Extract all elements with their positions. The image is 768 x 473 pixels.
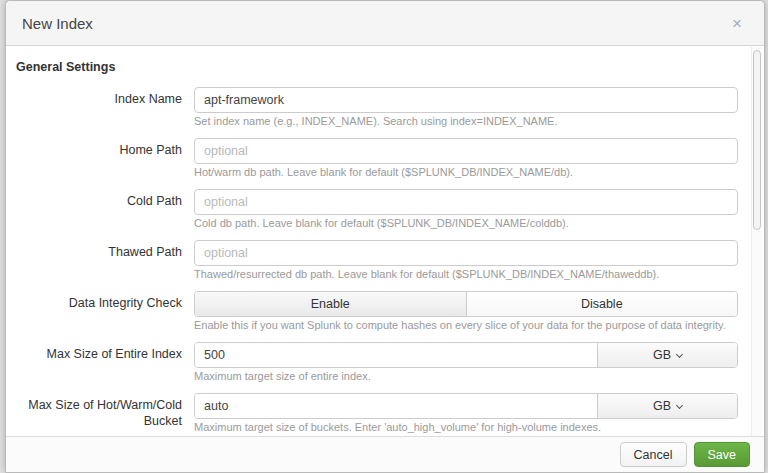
form-row-max-size-entire-index: Max Size of Entire Index GB Maximum targ… [16,342,738,383]
disable-button[interactable]: Disable [467,292,738,316]
unit-label: GB [653,399,671,413]
max-size-entire-index-label: Max Size of Entire Index [16,342,194,383]
form-row-home-path: Home Path Hot/warm db path. Leave blank … [16,138,738,179]
data-integrity-check-help: Enable this if you want Splunk to comput… [194,319,738,332]
close-icon[interactable]: × [726,13,748,34]
cold-path-help: Cold db path. Leave blank for default ($… [194,217,738,230]
index-name-label: Index Name [16,87,194,128]
thawed-path-input[interactable] [194,240,738,266]
dialog-body: General Settings Index Name Set index na… [6,46,764,436]
form-row-data-integrity-check: Data Integrity Check Enable Disable Enab… [16,291,738,332]
max-size-entire-index-input[interactable] [195,343,597,367]
section-title-general-settings: General Settings [16,60,738,74]
thawed-path-help: Thawed/resurrected db path. Leave blank … [194,268,738,281]
dialog-title: New Index [22,15,93,32]
data-integrity-check-label: Data Integrity Check [16,291,194,332]
form-row-thawed-path: Thawed Path Thawed/resurrected db path. … [16,240,738,281]
chevron-down-icon [676,402,683,409]
home-path-input[interactable] [194,138,738,164]
dialog-footer: Cancel Save [6,436,764,472]
max-size-bucket-unit-dropdown[interactable]: GB [597,394,737,418]
max-size-entire-index-group: GB [194,342,738,368]
new-index-dialog: New Index × General Settings Index Name … [5,0,765,473]
home-path-label: Home Path [16,138,194,179]
index-name-help: Set index name (e.g., INDEX_NAME). Searc… [194,115,738,128]
scrollbar-thumb[interactable] [753,50,761,230]
data-integrity-toggle-group: Enable Disable [194,291,738,317]
cancel-button[interactable]: Cancel [620,442,687,467]
thawed-path-label: Thawed Path [16,240,194,281]
index-name-input[interactable] [194,87,738,113]
max-size-entire-index-unit-dropdown[interactable]: GB [597,343,737,367]
home-path-help: Hot/warm db path. Leave blank for defaul… [194,166,738,179]
cold-path-input[interactable] [194,189,738,215]
scrollbar-track[interactable] [751,47,762,436]
form-row-index-name: Index Name Set index name (e.g., INDEX_N… [16,87,738,128]
max-size-bucket-input[interactable] [195,394,597,418]
cold-path-label: Cold Path [16,189,194,230]
max-size-entire-index-help: Maximum target size of entire index. [194,370,738,383]
dialog-header: New Index × [6,1,764,46]
form-row-cold-path: Cold Path Cold db path. Leave blank for … [16,189,738,230]
chevron-down-icon [676,351,683,358]
save-button[interactable]: Save [694,442,751,467]
unit-label: GB [653,348,671,362]
max-size-bucket-help: Maximum target size of buckets. Enter 'a… [194,421,738,434]
max-size-bucket-group: GB [194,393,738,419]
enable-button[interactable]: Enable [195,292,467,316]
max-size-bucket-label: Max Size of Hot/Warm/Cold Bucket [16,393,194,434]
form-row-max-size-bucket: Max Size of Hot/Warm/Cold Bucket GB Maxi… [16,393,738,434]
